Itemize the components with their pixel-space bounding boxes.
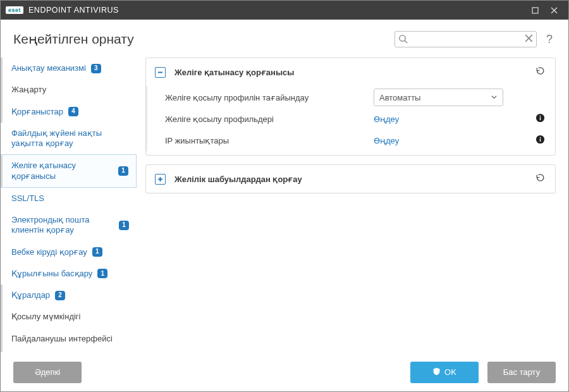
button-label: Бас тарту — [503, 367, 540, 377]
sidebar-item-connectivity[interactable]: Қосылу мүмкіндігі — [1, 306, 137, 328]
sidebar-item-ui[interactable]: Пайдаланушы интерфейсі — [1, 328, 137, 350]
panel-title: Желілік шабуылдардан қорғау — [174, 175, 533, 184]
search-icon — [398, 34, 408, 46]
setting-row-ip-sets: IP жиынтықтары Өңдеу — [146, 130, 546, 151]
sidebar-item-web-access[interactable]: Вебке кіруді қорғау 1 — [1, 242, 137, 263]
header: Кеңейтілген орнату ? — [1, 20, 568, 55]
collapse-icon[interactable] — [155, 67, 166, 78]
titlebar: eset ENDPOINT ANTIVIRUS — [1, 1, 568, 20]
panel-header: Желілік шабуылдардан қорғау — [146, 165, 555, 193]
clear-search-icon[interactable] — [525, 34, 533, 44]
setting-row-connection-profiles: Желіге қосылу профильдері Өңдеу — [146, 108, 546, 130]
sidebar-item-network-access[interactable]: Желіге қатынасу қорғанысы 1 — [1, 154, 137, 188]
sidebar-item-ssl-tls[interactable]: SSL/TLS — [1, 188, 137, 209]
button-label: Әдепкі — [35, 367, 60, 377]
svg-rect-3 — [540, 117, 541, 120]
sidebar-item-update[interactable]: Жаңарту — [1, 79, 137, 101]
content: Желіге қатынасу қорғанысы Желіге қосылу … — [137, 55, 568, 352]
sidebar-item-device-control[interactable]: Құрылғыны басқару 1 — [1, 263, 137, 285]
sidebar-item-label: Вебке кіруді қорғау — [11, 247, 87, 257]
sidebar-item-label: Қорғаныстар — [11, 107, 63, 117]
product-title: ENDPOINT ANTIVIRUS — [28, 6, 119, 15]
cancel-button[interactable]: Бас тарту — [487, 362, 556, 383]
info-icon[interactable] — [535, 135, 546, 146]
row-label: Желіге қосылу профилін тағайындау — [165, 93, 374, 102]
sidebar-badge: 1 — [118, 166, 128, 176]
sidebar-item-detection[interactable]: Анықтау механизмі 3 — [1, 58, 137, 79]
sidebar-item-label: Анықтау механизмі — [11, 63, 86, 73]
sidebar-item-label: Электрондық пошта клиентін қорғау — [11, 215, 114, 236]
info-icon[interactable] — [535, 113, 546, 125]
footer: Әдепкі OK Бас тарту — [1, 352, 568, 391]
profile-assignment-select[interactable]: Автоматты — [374, 89, 503, 106]
sidebar-item-email-client[interactable]: Электрондық пошта клиентін қорғау 1 — [1, 209, 137, 242]
svg-rect-0 — [532, 8, 538, 13]
page-title: Кеңейтілген орнату — [13, 32, 134, 47]
edit-profiles-link[interactable]: Өңдеу — [374, 114, 399, 124]
default-button[interactable]: Әдепкі — [13, 362, 82, 383]
svg-rect-7 — [540, 137, 541, 138]
select-value: Автоматты — [379, 93, 420, 102]
sidebar-badge: 1 — [97, 269, 107, 278]
panel-title: Желіге қатынасу қорғанысы — [174, 68, 533, 77]
svg-rect-6 — [540, 138, 541, 142]
svg-point-1 — [400, 35, 405, 41]
sidebar-badge: 2 — [55, 291, 65, 300]
row-label: IP жиынтықтары — [165, 136, 374, 145]
window-maximize-button[interactable] — [525, 1, 544, 20]
sidebar-item-label: Құралдар — [11, 290, 50, 300]
sidebar-item-realtime-fs[interactable]: Файлдық жүйені нақты уақытта қорғау — [1, 123, 137, 155]
sidebar-badge: 4 — [68, 107, 78, 116]
help-button[interactable]: ? — [543, 33, 556, 46]
undo-icon[interactable] — [533, 171, 546, 187]
brand-badge: eset — [6, 6, 23, 14]
shield-icon — [432, 367, 441, 377]
sidebar: Анықтау механизмі 3 Жаңарту Қорғаныстар … — [1, 55, 137, 352]
ok-button[interactable]: OK — [410, 362, 479, 383]
edit-ipsets-link[interactable]: Өңдеу — [374, 136, 399, 145]
button-label: OK — [444, 367, 456, 377]
expand-icon[interactable] — [155, 174, 166, 185]
row-label: Желіге қосылу профильдері — [165, 114, 374, 124]
undo-icon[interactable] — [533, 64, 546, 80]
sidebar-item-tools[interactable]: Құралдар 2 — [1, 285, 137, 306]
svg-rect-4 — [540, 116, 541, 117]
sidebar-item-label: Жаңарту — [11, 85, 46, 95]
sidebar-item-protections[interactable]: Қорғаныстар 4 — [1, 101, 137, 123]
sidebar-item-label: SSL/TLS — [11, 193, 44, 204]
chevron-down-icon — [491, 93, 498, 102]
sidebar-badge: 3 — [91, 64, 101, 73]
panel-network-attack: Желілік шабуылдардан қорғау — [145, 164, 556, 193]
sidebar-item-label: Қосылу мүмкіндігі — [11, 312, 81, 322]
panel-header: Желіге қатынасу қорғанысы — [146, 58, 555, 86]
panel-network-access: Желіге қатынасу қорғанысы Желіге қосылу … — [145, 58, 556, 156]
window-close-button[interactable] — [544, 1, 563, 20]
search-input[interactable] — [395, 31, 537, 47]
sidebar-item-label: Желіге қатынасу қорғанысы — [11, 161, 113, 181]
sidebar-badge: 1 — [119, 221, 129, 230]
sidebar-item-label: Файлдық жүйені нақты уақытта қорғау — [11, 128, 129, 149]
sidebar-item-label: Құрылғыны басқару — [11, 269, 92, 279]
sidebar-badge: 1 — [92, 247, 102, 257]
sidebar-item-label: Пайдаланушы интерфейсі — [11, 334, 113, 344]
search-wrap — [395, 31, 537, 47]
setting-row-profile-assignment: Желіге қосылу профилін тағайындау Автома… — [146, 86, 546, 108]
